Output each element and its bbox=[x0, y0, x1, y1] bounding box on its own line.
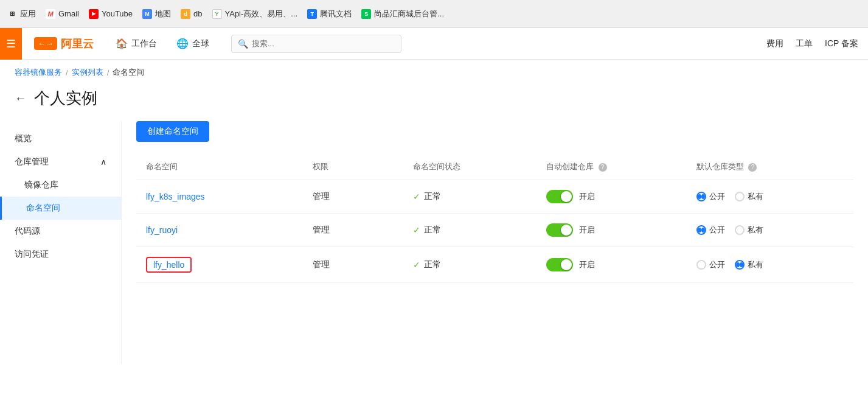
radio-private-2[interactable]: 私有 bbox=[735, 225, 763, 236]
back-arrow-button[interactable]: ← bbox=[15, 91, 27, 105]
radio-circle-public-1 bbox=[696, 192, 706, 201]
search-input-wrap[interactable]: 🔍 bbox=[231, 35, 401, 53]
radio-public-label-1: 公开 bbox=[709, 191, 725, 202]
expand-icon: ∧ bbox=[100, 157, 106, 167]
nav-ticket-link[interactable]: 工单 bbox=[796, 38, 813, 49]
toggle-label-2: 开启 bbox=[579, 225, 595, 236]
sidebar-item-codesource[interactable]: 代码源 bbox=[0, 220, 121, 243]
top-nav: ☰ ←→ 阿里云 🏠 工作台 🌐 全球 🔍 费用 工单 ICP 备案 bbox=[0, 28, 868, 60]
col-header-status: 命名空间状态 bbox=[403, 154, 536, 180]
namespace-name-3[interactable]: lfy_hello bbox=[146, 257, 192, 273]
status-ok-1: ✓ 正常 bbox=[413, 191, 527, 202]
col-header-auto-create: 自动创建仓库 ? bbox=[536, 154, 687, 180]
cell-default-1: 公开 私有 bbox=[687, 180, 853, 214]
col-header-namespace: 命名空间 bbox=[136, 154, 303, 180]
cell-namespace-1: lfy_k8s_images bbox=[136, 180, 303, 214]
radio-private-label-3: 私有 bbox=[748, 259, 763, 270]
toggle-wrap-3: 开启 bbox=[546, 258, 677, 271]
status-check-icon-1: ✓ bbox=[413, 192, 420, 201]
nav-icp-link[interactable]: ICP 备案 bbox=[825, 38, 858, 49]
hamburger-button[interactable]: ☰ bbox=[0, 28, 22, 60]
tab-apps[interactable]: ⊞ 应用 bbox=[7, 9, 36, 19]
toggle-label-1: 开启 bbox=[579, 191, 595, 202]
radio-public-1[interactable]: 公开 bbox=[696, 191, 725, 202]
default-type-help-icon[interactable]: ? bbox=[748, 163, 757, 172]
auto-create-toggle-2[interactable] bbox=[546, 223, 573, 237]
cell-status-2: ✓ 正常 bbox=[403, 214, 536, 247]
col-header-default-type: 默认仓库类型 ? bbox=[687, 154, 853, 180]
logo: ←→ 阿里云 bbox=[22, 37, 106, 51]
cell-namespace-3: lfy_hello bbox=[136, 247, 303, 283]
logo-text: 阿里云 bbox=[61, 37, 94, 51]
cell-permission-2: 管理 bbox=[303, 214, 403, 247]
status-check-icon-3: ✓ bbox=[413, 260, 420, 270]
tab-db-label: db bbox=[193, 9, 202, 18]
workbench-label: 工作台 bbox=[131, 38, 157, 49]
radio-group-2: 公开 私有 bbox=[696, 225, 844, 236]
table-row: lfy_hello 管理 ✓ 正常 开启 bbox=[136, 247, 853, 283]
radio-public-label-3: 公开 bbox=[709, 259, 725, 270]
sidebar-item-warehouse-label: 仓库管理 bbox=[15, 156, 49, 167]
search-container: 🔍 bbox=[231, 35, 401, 53]
cell-auto-1: 开启 bbox=[536, 180, 687, 214]
search-input[interactable] bbox=[252, 39, 395, 48]
sidebar-item-image-repo-label: 镜像仓库 bbox=[24, 180, 58, 191]
tab-shangpin[interactable]: S 尚品汇商城后台管... bbox=[361, 9, 444, 19]
table-header-row: 命名空间 权限 命名空间状态 自动创建仓库 ? 默认仓库类型 ? bbox=[136, 154, 853, 180]
radio-private-3[interactable]: 私有 bbox=[735, 259, 763, 270]
tab-tencent[interactable]: T 腾讯文档 bbox=[307, 9, 352, 19]
sidebar-item-overview-label: 概览 bbox=[15, 133, 32, 144]
sidebar-item-namespace[interactable]: 命名空间 bbox=[0, 197, 121, 220]
cell-namespace-2: lfy_ruoyi bbox=[136, 214, 303, 247]
permission-value-1: 管理 bbox=[313, 191, 330, 201]
tab-apps-label: 应用 bbox=[20, 9, 36, 19]
browser-bar: ⊞ 应用 M Gmail ▶ YouTube M 地图 d db Y YApi-… bbox=[0, 0, 868, 28]
breadcrumb-current: 命名空间 bbox=[113, 67, 144, 78]
global-button[interactable]: 🌐 全球 bbox=[167, 28, 219, 60]
auto-create-toggle-1[interactable] bbox=[546, 190, 573, 203]
radio-public-3[interactable]: 公开 bbox=[696, 259, 725, 270]
content-layout: 概览 仓库管理 ∧ 镜像仓库 命名空间 代码源 访问凭证 创建命名空间 命名空间… bbox=[0, 121, 868, 365]
sidebar-item-credentials-label: 访问凭证 bbox=[15, 249, 49, 260]
nav-right: 费用 工单 ICP 备案 bbox=[766, 38, 858, 49]
tab-yapi[interactable]: Y YApi-高效、易用、... bbox=[212, 9, 298, 19]
auto-create-toggle-3[interactable] bbox=[546, 258, 573, 271]
cell-auto-3: 开启 bbox=[536, 247, 687, 283]
sidebar-item-overview[interactable]: 概览 bbox=[0, 127, 121, 150]
workbench-button[interactable]: 🏠 工作台 bbox=[106, 28, 167, 60]
sidebar-item-codesource-label: 代码源 bbox=[15, 226, 40, 237]
toggle-wrap-2: 开启 bbox=[546, 223, 677, 237]
tab-youtube[interactable]: ▶ YouTube bbox=[89, 9, 133, 19]
tab-maps[interactable]: M 地图 bbox=[142, 9, 171, 19]
sidebar-item-namespace-label: 命名空间 bbox=[26, 203, 60, 214]
table-row: lfy_ruoyi 管理 ✓ 正常 开启 bbox=[136, 214, 853, 247]
sidebar-item-credentials[interactable]: 访问凭证 bbox=[0, 243, 121, 266]
radio-private-1[interactable]: 私有 bbox=[735, 191, 763, 202]
namespace-name-1[interactable]: lfy_k8s_images bbox=[146, 192, 205, 201]
global-label: 全球 bbox=[192, 38, 209, 49]
shangpin-favicon: S bbox=[361, 9, 371, 19]
breadcrumb-container-service[interactable]: 容器镜像服务 bbox=[15, 67, 62, 78]
permission-value-2: 管理 bbox=[313, 225, 330, 234]
radio-group-3: 公开 私有 bbox=[696, 259, 844, 270]
tab-gmail[interactable]: M Gmail bbox=[46, 9, 79, 19]
cell-permission-1: 管理 bbox=[303, 180, 403, 214]
cell-status-1: ✓ 正常 bbox=[403, 180, 536, 214]
sidebar-item-image-repo[interactable]: 镜像仓库 bbox=[0, 173, 121, 197]
sidebar-item-warehouse[interactable]: 仓库管理 ∧ bbox=[0, 150, 121, 173]
auto-create-help-icon[interactable]: ? bbox=[599, 163, 607, 172]
namespace-name-2[interactable]: lfy_ruoyi bbox=[146, 225, 178, 235]
create-namespace-button[interactable]: 创建命名空间 bbox=[136, 121, 209, 142]
tab-db[interactable]: d db bbox=[181, 9, 202, 19]
youtube-favicon: ▶ bbox=[89, 9, 99, 19]
nav-cost-link[interactable]: 费用 bbox=[766, 38, 783, 49]
breadcrumb-instance-list[interactable]: 实例列表 bbox=[72, 67, 103, 78]
hamburger-icon: ☰ bbox=[6, 37, 16, 51]
radio-public-label-2: 公开 bbox=[709, 225, 725, 236]
main-content: 创建命名空间 命名空间 权限 命名空间状态 自动创建仓库 ? 默认仓库类型 ? bbox=[122, 121, 868, 365]
radio-private-label-2: 私有 bbox=[748, 225, 763, 236]
radio-private-label-1: 私有 bbox=[748, 191, 763, 202]
radio-circle-private-3 bbox=[735, 260, 745, 270]
tab-shangpin-label: 尚品汇商城后台管... bbox=[374, 9, 444, 19]
radio-public-2[interactable]: 公开 bbox=[696, 225, 725, 236]
